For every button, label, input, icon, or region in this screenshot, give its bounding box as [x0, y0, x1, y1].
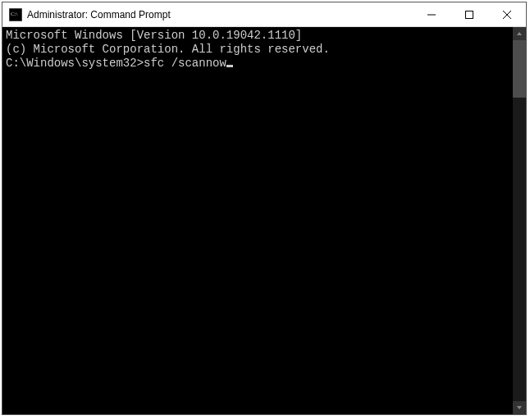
- svg-text:C:\: C:\: [11, 11, 18, 17]
- console-line: Microsoft Windows [Version 10.0.19042.11…: [6, 29, 509, 43]
- cmd-icon: C:\: [9, 8, 22, 21]
- scroll-up-button[interactable]: [513, 27, 526, 40]
- close-button[interactable]: [488, 2, 526, 26]
- maximize-icon: [465, 11, 473, 19]
- scroll-down-button[interactable]: [513, 401, 526, 414]
- chevron-up-icon: [516, 30, 523, 37]
- command-prompt-window: C:\ Administrator: Command Prompt Micros…: [2, 2, 527, 415]
- console-output[interactable]: Microsoft Windows [Version 10.0.19042.11…: [2, 27, 513, 414]
- minimize-icon: [427, 11, 436, 19]
- scrollbar-track[interactable]: [513, 40, 526, 401]
- text-cursor: [226, 65, 233, 67]
- chevron-down-icon: [516, 404, 523, 411]
- minimize-button[interactable]: [413, 2, 450, 26]
- maximize-button[interactable]: [450, 2, 488, 26]
- svg-marker-7: [517, 32, 522, 35]
- window-title: Administrator: Command Prompt: [27, 9, 171, 21]
- scrollbar-thumb[interactable]: [513, 40, 526, 98]
- svg-marker-8: [517, 406, 522, 409]
- console-line: (c) Microsoft Corporation. All rights re…: [6, 43, 509, 57]
- svg-rect-4: [466, 11, 473, 18]
- window-controls: [413, 2, 526, 26]
- titlebar[interactable]: C:\ Administrator: Command Prompt: [2, 2, 526, 27]
- console-prompt: C:\Windows\system32>: [6, 57, 144, 70]
- client-area: Microsoft Windows [Version 10.0.19042.11…: [2, 27, 526, 414]
- close-icon: [503, 11, 511, 19]
- vertical-scrollbar[interactable]: [513, 27, 526, 414]
- console-command: sfc /scannow: [144, 57, 226, 70]
- console-prompt-line: C:\Windows\system32>sfc /scannow: [6, 57, 509, 71]
